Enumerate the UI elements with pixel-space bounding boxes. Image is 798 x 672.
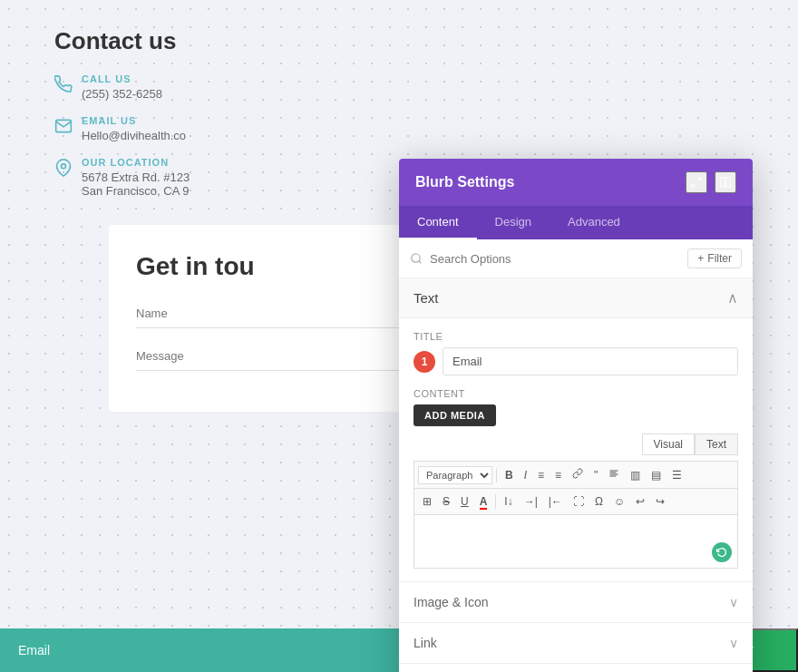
content-field-label: Content — [414, 388, 738, 399]
special-char-button[interactable]: Ω — [590, 492, 608, 511]
search-input[interactable] — [430, 252, 680, 266]
bold-button[interactable]: B — [501, 466, 518, 484]
link-label: Link — [414, 636, 437, 650]
editor-toolbar-row2: ⊞ S U A I↓ →| |← ⛶ Ω ☺ ↩ ↪ — [414, 488, 738, 514]
subscript-button[interactable]: I↓ — [500, 492, 517, 511]
svg-line-1 — [697, 178, 701, 181]
email-value: Hello@divihealth.co — [82, 129, 186, 142]
step-badge: 1 — [414, 351, 435, 373]
message-input[interactable] — [136, 342, 426, 371]
text-section-title: Text — [414, 290, 439, 306]
svg-line-2 — [692, 183, 696, 187]
title-input[interactable] — [443, 347, 738, 375]
filter-plus-icon: + — [697, 252, 704, 265]
svg-rect-4 — [726, 178, 731, 188]
panel-body: Text ∧ Title 1 Content ADD MEDIA Visual … — [399, 278, 753, 672]
text-section-toggle-icon: ∧ — [727, 289, 738, 307]
italic-button[interactable]: I — [520, 466, 531, 484]
panel-header: Blurb Settings — [399, 159, 753, 206]
bullet-list-button[interactable]: ≡ — [533, 466, 549, 484]
location-value: 5678 Extra Rd. #123San Francisco, CA 9 — [82, 170, 190, 198]
text-section-body: Title 1 Content ADD MEDIA Visual Text Pa… — [399, 318, 753, 582]
panel-header-actions — [686, 171, 736, 193]
number-list-button[interactable]: ≡ — [550, 466, 566, 484]
panel-tabs: Content Design Advanced — [399, 206, 753, 239]
background-section[interactable]: Background ∨ — [399, 664, 753, 672]
editor-tab-visual[interactable]: Visual — [642, 433, 695, 455]
align-center-button[interactable]: ▥ — [626, 466, 645, 484]
filter-label: Filter — [707, 252, 732, 265]
align-right-button[interactable]: ▤ — [647, 466, 666, 484]
underline-button[interactable]: U — [456, 492, 473, 511]
email-icon — [54, 117, 73, 135]
call-value: (255) 352-6258 — [82, 87, 162, 101]
editor-status-icon — [712, 542, 732, 562]
editor-toolbar-row1: Paragraph B I ≡ ≡ " — [414, 461, 738, 488]
align-left-button[interactable] — [604, 465, 624, 484]
image-icon-section[interactable]: Image & Icon ∨ — [399, 582, 753, 623]
fullscreen-button[interactable]: ⛶ — [569, 492, 589, 511]
title-field-label: Title — [414, 331, 738, 342]
phone-icon — [54, 75, 73, 93]
undo-button[interactable]: ↩ — [631, 492, 649, 511]
search-icon — [410, 252, 423, 265]
form-title: Get in tou — [136, 252, 426, 281]
email-label: EMAIL US — [82, 115, 186, 126]
tab-advanced[interactable]: Advanced — [550, 206, 638, 239]
svg-point-0 — [62, 164, 66, 169]
bottom-bar-email: Email — [0, 628, 399, 672]
contact-item-call: CALL US (255) 352-6258 — [54, 73, 798, 101]
image-icon-label: Image & Icon — [414, 595, 489, 609]
editor-area[interactable] — [414, 514, 738, 569]
indent-out-button[interactable]: |← — [544, 492, 567, 511]
blurb-settings-panel: Blurb Settings Content Design Advanced — [399, 159, 753, 672]
indent-in-button[interactable]: →| — [520, 492, 542, 511]
tab-design[interactable]: Design — [477, 206, 550, 239]
link-button[interactable] — [568, 465, 588, 484]
justify-button[interactable]: ☰ — [667, 466, 686, 484]
svg-rect-3 — [721, 178, 725, 188]
text-section-header[interactable]: Text ∧ — [399, 278, 753, 318]
call-label: CALL US — [82, 73, 162, 84]
svg-point-5 — [412, 254, 420, 262]
contact-title: Contact us — [54, 27, 798, 55]
name-input[interactable] — [136, 299, 426, 328]
svg-line-6 — [419, 261, 422, 264]
editor-tab-text[interactable]: Text — [695, 433, 738, 455]
panel-columns-button[interactable] — [715, 171, 736, 193]
filter-button[interactable]: + Filter — [687, 248, 742, 268]
title-field-wrapper: 1 — [414, 347, 738, 375]
panel-expand-button[interactable] — [686, 171, 707, 193]
redo-button[interactable]: ↪ — [651, 492, 669, 511]
image-icon-chevron: ∨ — [729, 595, 738, 609]
link-section[interactable]: Link ∨ — [399, 623, 753, 664]
location-label: OUR LOCATION — [82, 157, 190, 168]
emoji-button[interactable]: ☺ — [609, 492, 629, 511]
add-media-button[interactable]: ADD MEDIA — [414, 404, 496, 426]
contact-item-email: EMAIL US Hello@divihealth.co — [54, 115, 798, 142]
table-button[interactable]: ⊞ — [418, 492, 436, 511]
location-icon — [54, 159, 73, 177]
tab-content[interactable]: Content — [399, 206, 477, 239]
link-chevron: ∨ — [729, 636, 738, 650]
paragraph-select[interactable]: Paragraph — [418, 466, 492, 484]
panel-title: Blurb Settings — [415, 174, 514, 190]
quote-button[interactable]: " — [589, 466, 602, 484]
strikethrough-button[interactable]: S — [438, 492, 454, 511]
panel-search-area: + Filter — [399, 239, 753, 278]
editor-tabs: Visual Text — [414, 433, 738, 455]
font-color-button[interactable]: A — [475, 492, 492, 511]
